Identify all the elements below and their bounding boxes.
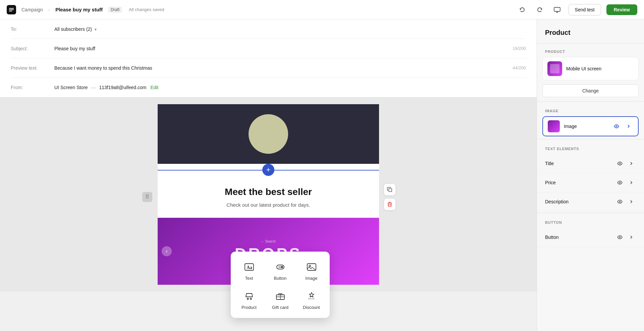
delete-section-button[interactable]: [384, 198, 396, 210]
campaign-label: Campaign: [21, 7, 43, 12]
section-right-controls: [384, 184, 396, 210]
from-edit-link[interactable]: Edit: [150, 85, 158, 90]
product-name: Mobile UI screen: [566, 66, 601, 71]
svg-point-24: [619, 163, 621, 164]
subject-label: Subject:: [11, 46, 54, 51]
text-label: Text: [245, 276, 253, 281]
from-name: UI Screen Store: [54, 85, 88, 90]
draft-badge: Draft: [108, 7, 122, 13]
saved-status: All changes saved: [129, 7, 164, 12]
subject-value[interactable]: Please buy my stuff: [54, 46, 513, 51]
image-icon: [305, 261, 317, 273]
desktop-preview-button[interactable]: [551, 4, 563, 16]
main-layout: To: All subscribers (2) ▾ Subject: Pleas…: [0, 19, 644, 331]
from-email: 113f19a8@uifeed.com: [99, 85, 146, 90]
svg-point-27: [619, 237, 621, 238]
image-row-inner: Image: [543, 117, 638, 136]
subject-row: Subject: Please buy my stuff 19/200: [11, 39, 526, 58]
toggle-description-visibility-button[interactable]: [615, 197, 625, 206]
section-divider-1: [537, 101, 644, 102]
image-row-actions: [612, 122, 633, 131]
discount-icon: [305, 290, 317, 302]
expand-price-button[interactable]: [627, 178, 636, 187]
to-value[interactable]: All subscribers (2) ▾: [54, 26, 526, 32]
svg-rect-1: [9, 9, 14, 10]
button-label: Button: [274, 276, 287, 281]
svg-rect-0: [9, 8, 14, 9]
to-label: To:: [11, 26, 54, 32]
price-element-row: Price: [537, 173, 644, 192]
svg-point-25: [619, 182, 621, 183]
popup-item-image[interactable]: Image: [297, 256, 326, 284]
product-label: Product: [241, 305, 257, 310]
from-label: From:: [11, 85, 54, 90]
product-circle-image: [249, 114, 288, 154]
title-element-actions: [615, 159, 636, 168]
expand-button-button[interactable]: [627, 233, 636, 242]
price-element-actions: [615, 178, 636, 187]
button-element-row: Button: [537, 228, 644, 247]
description-element-row: Description: [537, 192, 644, 211]
image-label: Image: [305, 276, 317, 281]
toggle-image-visibility-button[interactable]: [612, 122, 621, 131]
image-section-header: IMAGE: [537, 103, 644, 116]
title-element-row: Title: [537, 154, 644, 173]
popup-item-text[interactable]: Aa Text: [234, 256, 264, 284]
button-icon: [274, 261, 286, 273]
popup-item-discount[interactable]: Discount: [297, 285, 326, 313]
popup-item-gift-card[interactable]: Gift card: [265, 285, 295, 313]
text-elements-list: Title Price: [537, 154, 644, 211]
from-row: From: UI Screen Store — 113f19a8@uifeed.…: [11, 78, 526, 97]
expand-description-button[interactable]: [627, 197, 636, 206]
to-row: To: All subscribers (2) ▾: [11, 19, 526, 39]
button-element-label: Button: [545, 235, 615, 240]
right-panel: Product PRODUCT Mobile UI screen Change …: [537, 19, 644, 331]
section-divider-2: [537, 139, 644, 139]
popup-item-button[interactable]: Button: [265, 256, 295, 284]
drag-handle[interactable]: ⠿: [142, 192, 152, 202]
subject-counter: 19/200: [513, 46, 526, 51]
svg-point-16: [247, 298, 248, 300]
change-product-button[interactable]: Change: [542, 84, 639, 97]
svg-point-26: [619, 201, 621, 202]
popup-item-product[interactable]: Product: [234, 285, 264, 313]
button-element-actions: [615, 233, 636, 242]
right-panel-title: Product: [537, 19, 644, 44]
toggle-price-visibility-button[interactable]: [615, 178, 625, 187]
image-label: Image: [564, 124, 608, 129]
section-drag-area: ⠿: [142, 192, 152, 202]
from-value: UI Screen Store — 113f19a8@uifeed.com Ed…: [54, 85, 526, 90]
campaign-icon: [7, 5, 16, 14]
redo-button[interactable]: [534, 4, 546, 16]
copy-section-button[interactable]: [384, 184, 396, 196]
from-sep: —: [91, 85, 96, 90]
canvas-content-section: ⠿ Meet the best seller Check out our lat…: [158, 176, 379, 218]
page-title: Please buy my stuff: [55, 7, 103, 12]
send-test-button[interactable]: Send test: [569, 4, 601, 15]
svg-rect-3: [554, 7, 560, 11]
expand-title-button[interactable]: [627, 159, 636, 168]
editor-panel: To: All subscribers (2) ▾ Subject: Pleas…: [0, 19, 537, 331]
preview-row: Preview text: Because I want money to sp…: [11, 58, 526, 78]
to-dropdown-arrow[interactable]: ▾: [95, 27, 97, 32]
prev-arrow[interactable]: ‹: [162, 246, 172, 256]
toggle-title-visibility-button[interactable]: [615, 159, 625, 168]
text-icon: Aa: [243, 261, 255, 273]
svg-rect-2: [9, 11, 12, 11]
canvas-top-section: [158, 104, 379, 164]
preview-value[interactable]: Because I want money to spend this Chris…: [54, 65, 513, 71]
preview-counter: 44/200: [513, 65, 526, 70]
svg-rect-6: [389, 189, 392, 192]
expand-image-button[interactable]: [624, 122, 633, 131]
svg-point-15: [309, 265, 311, 267]
image-row: Image: [542, 116, 639, 136]
description-element-label: Description: [545, 199, 615, 204]
svg-point-13: [281, 266, 283, 268]
toggle-button-visibility-button[interactable]: [615, 233, 625, 242]
add-block-button[interactable]: +: [262, 164, 274, 176]
description-element-actions: [615, 197, 636, 206]
search-bar-hint: ← Search: [158, 240, 379, 243]
review-button[interactable]: Review: [606, 4, 637, 15]
undo-button[interactable]: [516, 4, 528, 16]
add-element-popup: Aa Text Button: [231, 252, 330, 318]
